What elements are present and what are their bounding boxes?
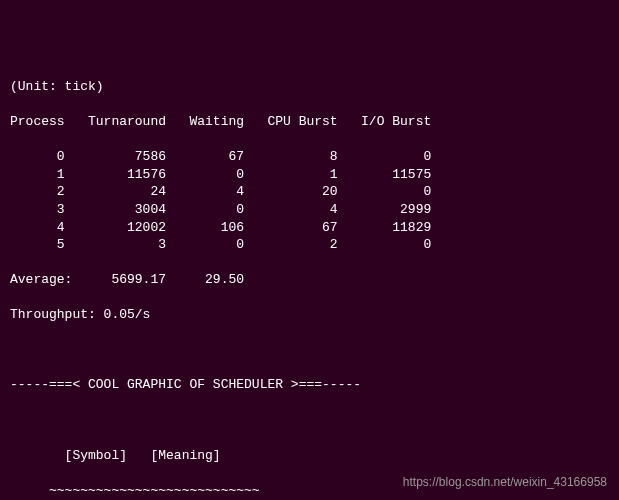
unit-line: (Unit: tick) — [10, 78, 619, 96]
average-line: Average: 5699.17 29.50 — [10, 271, 619, 289]
throughput-line: Throughput: 0.05/s — [10, 306, 619, 324]
table-row: 1 11576 0 1 11575 — [10, 166, 619, 184]
table-row: 4 12002 106 67 11829 — [10, 219, 619, 237]
table-row: 3 3004 0 4 2999 — [10, 201, 619, 219]
legend-header: [Symbol] [Meaning] — [10, 447, 619, 465]
table-header: Process Turnaround Waiting CPU Burst I/O… — [10, 113, 619, 131]
blank-line — [10, 341, 619, 359]
table-row: 2 24 4 20 0 — [10, 183, 619, 201]
blank-line — [10, 412, 619, 430]
watermark: https://blog.csdn.net/weixin_43166958 — [403, 474, 607, 490]
table-row: 0 7586 67 8 0 — [10, 148, 619, 166]
graphic-divider-top: -----===< COOL GRAPHIC OF SCHEDULER >===… — [10, 376, 619, 394]
table-row: 5 3 0 2 0 — [10, 236, 619, 254]
